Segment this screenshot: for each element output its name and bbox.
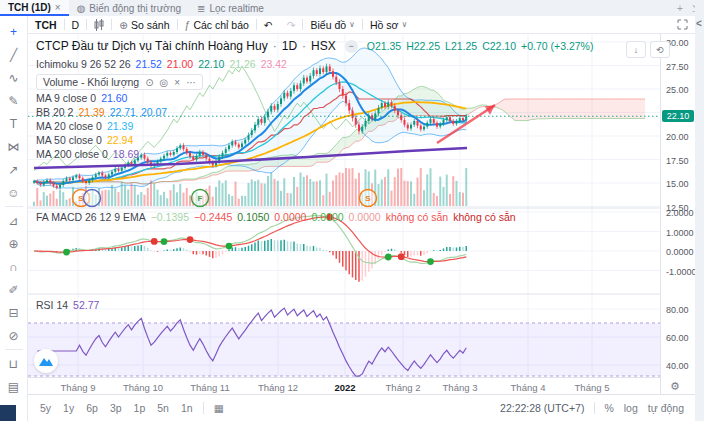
more-icon[interactable]: ⋯ <box>186 77 196 88</box>
time-label: Tháng 5 <box>566 382 618 393</box>
tool-object-tree-icon[interactable]: ▤ <box>3 375 25 398</box>
ohlc-values: O21.35H22.25L21.25C22.10+0.70 (+3.27%) <box>367 39 599 53</box>
fullscreen-button[interactable] <box>670 16 695 33</box>
collapse-panel-icon[interactable]: < <box>696 18 702 29</box>
time-label: Tháng 11 <box>184 382 236 393</box>
legend-row-ma200[interactable]: MA 200 close 018.69 <box>36 148 139 160</box>
svg-text:S: S <box>365 194 371 203</box>
tool-brush-icon[interactable]: ✎ <box>3 89 25 112</box>
download-button[interactable]: ↓ <box>626 41 646 58</box>
profile-menu-button[interactable]: Hồ sơ∨ <box>363 16 414 33</box>
axis-tick: 0.0000 <box>666 247 694 257</box>
scale-log-button[interactable]: log <box>619 402 643 414</box>
tool-forecast-icon[interactable]: ↗ <box>3 158 25 181</box>
undo-button[interactable]: ↶ <box>257 16 280 33</box>
candle-style-button[interactable] <box>87 16 111 33</box>
remove-icon[interactable]: × <box>174 77 180 88</box>
chart-area: SFS CTCP Đầu tư Dịch vụ Tài chính Hoàng … <box>28 33 660 395</box>
range-1p-button[interactable]: 1p <box>128 402 152 414</box>
tab-bar: TCH (1D) × ◍ Biến động thị trường ≣ Lọc … <box>0 0 704 16</box>
tool-crosshair-icon[interactable]: + <box>3 20 25 43</box>
tool-delete-drawings-icon[interactable]: ⊔ <box>3 352 25 375</box>
logo-mountain-icon <box>38 355 54 367</box>
close-tab-icon[interactable]: × <box>55 2 61 13</box>
bottom-bar: 5y1y6p3p1p5n1n ▦ 22:22:28 (UTC+7) %logtự… <box>28 394 695 421</box>
axis-tick: -1.0000 <box>666 267 697 277</box>
legend-row-macd[interactable]: FA MACD 26 12 9 EMA−0.1395−0.24450.10500… <box>36 211 516 223</box>
indicators-button[interactable]: ƒ Các chỉ báo <box>178 16 256 33</box>
interval-button[interactable]: D <box>65 16 87 33</box>
scale-%-button[interactable]: % <box>599 402 618 414</box>
range-5n-button[interactable]: 5n <box>151 402 175 414</box>
axis-tick: 25.00 <box>666 85 689 95</box>
axis-tick: 80.00 <box>666 305 689 315</box>
time-label: Tháng 9 <box>52 382 104 393</box>
widget-corner <box>0 405 16 421</box>
axis-tick: 60.00 <box>666 333 689 343</box>
chart-toolbar: TCH D ⊕ So sánh ƒ Các chỉ báo ↶ ↷ Biểu đ… <box>28 16 695 34</box>
interval-label: 1D <box>282 39 297 53</box>
chart-menu-button[interactable]: Biểu đồ∨ <box>303 16 361 33</box>
tab-market-movers[interactable]: ◍ Biến động thị trường <box>69 0 189 16</box>
fullscreen-icon <box>677 19 688 30</box>
filter-list-icon: ≣ <box>197 3 205 14</box>
svg-text:F: F <box>198 194 203 203</box>
price-axis[interactable]: 30.0027.5025.0022.5020.0017.5015.0012.50… <box>660 33 696 395</box>
axis-tick: 2.0000 <box>666 208 694 218</box>
exchange-label: HSX <box>311 39 336 53</box>
range-5y-button[interactable]: 5y <box>34 402 57 414</box>
range-6p-button[interactable]: 6p <box>80 402 104 414</box>
range-1y-button[interactable]: 1y <box>57 402 80 414</box>
eye-icon[interactable]: ⊙ <box>145 77 153 88</box>
tool-hide-drawings-icon[interactable]: ⊘ <box>3 324 25 347</box>
tool-ruler-icon[interactable]: ⊿ <box>3 209 25 232</box>
legend-row-rsi[interactable]: RSI 1452.77 <box>36 299 99 311</box>
axis-tick: 15.00 <box>666 179 689 189</box>
reset-chart-button[interactable]: ⟲ <box>650 41 670 58</box>
legend-row-volume[interactable]: Volume - Khối lượng⊙◎×⋯ <box>36 74 203 90</box>
axis-tick: 17.50 <box>666 156 689 166</box>
axis-settings-gear-icon[interactable]: ⚙ <box>670 380 680 393</box>
legend-row-ma9[interactable]: MA 9 close 021.60 <box>36 92 127 104</box>
axis-tick: 1.0000 <box>666 228 694 238</box>
symbol-title: CTCP Đầu tư Dịch vụ Tài chính Hoàng Huy <box>36 39 268 53</box>
tool-emoji-icon[interactable]: ☺ <box>3 181 25 204</box>
tool-xabcd-pattern-icon[interactable]: ⋈ <box>3 135 25 158</box>
settings-icon[interactable]: ◎ <box>160 77 169 88</box>
tool-magnet-icon[interactable]: ∩ <box>3 255 25 278</box>
legend-row-ma50[interactable]: MA 50 close 022.94 <box>36 134 133 146</box>
tab-tch-1d[interactable]: TCH (1D) × <box>0 0 69 16</box>
legend-row-bb[interactable]: BB 20 221.3922.7120.07 <box>36 106 167 118</box>
symbol-title-row: CTCP Đầu tư Dịch vụ Tài chính Hoàng Huy … <box>36 39 598 53</box>
tool-trend-line-icon[interactable]: ╱ <box>3 43 25 66</box>
range-1n-button[interactable]: 1n <box>175 402 199 414</box>
tool-zoom-in-icon[interactable]: ⊕ <box>3 232 25 255</box>
new-tab-button[interactable]: + <box>672 0 688 16</box>
tab-label: TCH (1D) <box>8 2 51 13</box>
range-3p-button[interactable]: 3p <box>104 402 128 414</box>
chevron-down-icon: ∨ <box>349 20 355 29</box>
time-label: Tháng 12 <box>252 382 304 393</box>
tool-text-tool-icon[interactable]: T <box>3 112 25 135</box>
symbol-button[interactable]: TCH <box>28 16 64 33</box>
right-panel-strip: < <box>695 0 704 421</box>
compare-button[interactable]: ⊕ So sánh <box>112 16 176 33</box>
goto-date-button[interactable]: ▦ <box>208 402 230 414</box>
globe-icon: ◍ <box>77 3 86 14</box>
time-label: 2022 <box>319 382 371 393</box>
compare-plus-icon: ⊕ <box>119 19 128 31</box>
tradingview-logo[interactable] <box>34 349 58 373</box>
tool-draw-mode-icon[interactable]: ✐ <box>3 278 25 301</box>
collapse-legend-icon[interactable]: − <box>345 40 358 53</box>
legend-row-ichimoku[interactable]: Ichimoku 9 26 52 2621.5221.0022.1021.262… <box>36 58 287 70</box>
redo-button[interactable]: ↷ <box>280 16 303 33</box>
tool-fib-gann-icon[interactable]: ∿ <box>3 66 25 89</box>
tool-lock-all-icon[interactable]: ⊟ <box>3 301 25 324</box>
legend-row-ma20[interactable]: MA 20 close 021.39 <box>36 120 133 132</box>
tab-realtime-filter[interactable]: ≣ Lọc realtime <box>189 0 272 16</box>
scale-tự động-button[interactable]: tự động <box>643 402 689 414</box>
chart-quick-actions: ↓ ⟲ <box>626 41 670 58</box>
axis-tick: 20.00 <box>666 132 689 142</box>
axis-tick: 40.00 <box>666 361 689 371</box>
clock[interactable]: 22:22:28 (UTC+7) <box>500 402 590 414</box>
